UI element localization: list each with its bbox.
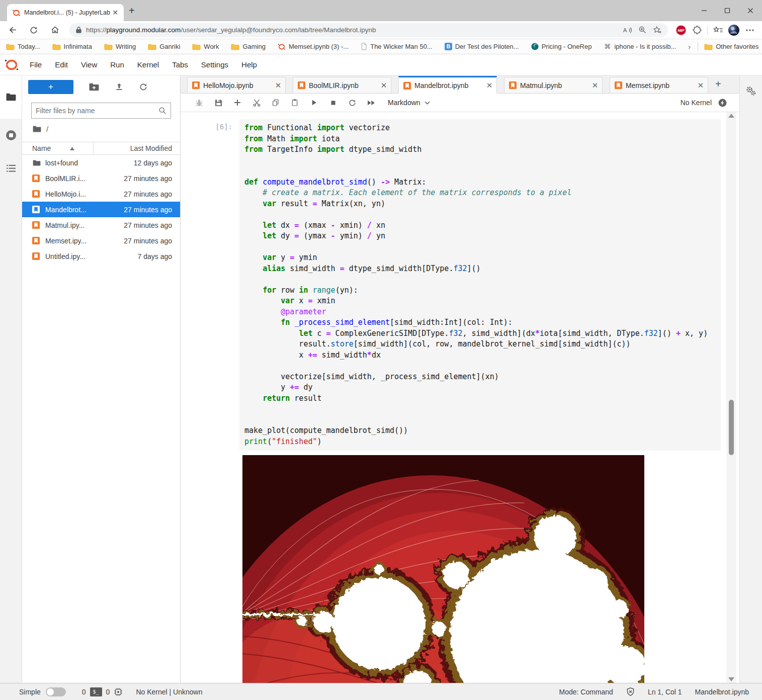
paste-button[interactable] — [285, 96, 304, 109]
window-close-button[interactable] — [739, 0, 762, 21]
save-button[interactable] — [209, 96, 228, 109]
file-row[interactable]: HelloMojo.i...27 minutes ago — [22, 186, 180, 202]
adblock-icon[interactable]: ABP — [673, 23, 689, 37]
new-tab-button[interactable]: + — [129, 6, 135, 15]
file-browser-tab[interactable] — [0, 75, 22, 119]
trust-shield-icon[interactable] — [626, 687, 635, 696]
extension-icon[interactable] — [689, 23, 705, 37]
add-tab-button[interactable]: + — [715, 78, 721, 90]
tab-close-icon[interactable]: ✕ — [111, 9, 120, 17]
cut-button[interactable] — [247, 96, 266, 109]
statusbar-filename[interactable]: Mandelbrot.ipynb — [695, 688, 749, 696]
close-icon[interactable]: ✕ — [380, 81, 388, 90]
favorite-add-icon[interactable] — [650, 24, 665, 36]
property-inspector-tab[interactable] — [745, 85, 757, 683]
browser-tab[interactable]: Mandelbrot.i... (5) - JupyterLab ✕ — [7, 4, 124, 21]
doc-tab-mandelbrot-ipynb[interactable]: Mandelbrot.ipynb✕ — [398, 76, 497, 94]
address-bar[interactable]: https://playground.modular.com/user/serd… — [69, 23, 668, 37]
profile-avatar[interactable] — [726, 23, 742, 37]
doc-tab-hellomojo-ipynb[interactable]: HelloMojo.ipynb✕ — [187, 77, 286, 93]
scroll-up-icon[interactable] — [728, 114, 734, 118]
breadcrumb[interactable]: / — [46, 125, 48, 133]
kernel-name[interactable]: No Kernel — [681, 99, 712, 107]
add-cell-button[interactable] — [228, 96, 247, 109]
scroll-down-icon[interactable] — [728, 677, 734, 681]
stop-button[interactable] — [323, 96, 343, 109]
cell-editor[interactable]: from Functional import vectorizefrom Mat… — [239, 119, 721, 451]
menu-run[interactable]: Run — [104, 54, 131, 75]
refresh-icon[interactable] — [25, 23, 42, 37]
restart-button[interactable] — [343, 96, 362, 109]
doc-tab-memset-ipynb[interactable]: Memset.ipynb✕ — [610, 77, 708, 93]
new-folder-button[interactable] — [89, 82, 100, 92]
close-icon[interactable]: ✕ — [697, 81, 705, 90]
cursor-position[interactable]: Ln 1, Col 1 — [648, 688, 682, 696]
menu-view[interactable]: View — [74, 54, 104, 75]
copy-button[interactable] — [266, 96, 285, 109]
bookmark-item[interactable]: Ganriki — [148, 43, 180, 50]
menu-tabs[interactable]: Tabs — [165, 54, 195, 75]
close-icon[interactable]: ✕ — [274, 81, 282, 90]
menu-kernel[interactable]: Kernel — [131, 54, 165, 75]
terminal-icon[interactable]: $_ — [90, 687, 102, 696]
bookmarks-overflow-icon[interactable]: › — [688, 42, 691, 51]
scrollbar-thumb[interactable] — [729, 400, 734, 455]
run-button[interactable] — [304, 96, 323, 109]
read-aloud-icon[interactable]: A — [620, 24, 635, 36]
more-menu-icon[interactable] — [742, 23, 758, 37]
sort-ascending-icon[interactable] — [70, 147, 74, 150]
file-filter-input[interactable] — [36, 107, 158, 115]
close-icon[interactable]: ✕ — [485, 81, 493, 90]
url-text[interactable]: https://playground.modular.com/user/serd… — [86, 26, 620, 34]
chip-icon[interactable] — [114, 687, 123, 696]
other-favorites-folder[interactable]: Other favorites — [704, 43, 758, 50]
code-cell[interactable]: [6]: from Functional import vectorizefro… — [181, 119, 739, 451]
column-name[interactable]: Name — [32, 144, 51, 152]
cell-type-dropdown[interactable]: Markdown — [388, 99, 430, 107]
file-row[interactable]: BoolMLIR.i...27 minutes ago — [22, 170, 180, 186]
bookmark-item[interactable]: ⌘iphone - Is it possib... — [604, 43, 676, 50]
bookmark-item[interactable]: Writing — [104, 43, 136, 50]
new-launcher-button[interactable]: + — [28, 80, 73, 94]
bookmark-item[interactable]: Work — [192, 43, 219, 50]
table-of-contents-tab[interactable] — [0, 152, 22, 185]
file-row[interactable]: Matmul.ipy...27 minutes ago — [22, 217, 180, 233]
lock-icon[interactable] — [75, 26, 82, 34]
file-row[interactable]: Untitled.ipy...7 days ago — [22, 248, 180, 264]
simple-mode-toggle[interactable] — [46, 687, 66, 696]
file-row[interactable]: lost+found12 days ago — [22, 155, 180, 170]
doc-tab-matmul-ipynb[interactable]: Matmul.ipynb✕ — [504, 77, 603, 93]
back-icon[interactable] — [4, 23, 21, 37]
menu-file[interactable]: File — [23, 54, 48, 75]
bookmark-item[interactable]: Gaming — [231, 43, 266, 50]
file-row[interactable]: Mandelbrot...27 minutes ago — [22, 202, 180, 217]
collections-icon[interactable] — [710, 23, 726, 37]
column-modified[interactable]: Last Modified — [130, 144, 172, 152]
command-mode-indicator[interactable]: Mode: Command — [559, 688, 613, 696]
menu-help[interactable]: Help — [235, 54, 264, 75]
window-minimize-button[interactable] — [693, 0, 716, 21]
home-icon[interactable] — [46, 23, 63, 37]
kernel-status-icon[interactable] — [718, 98, 727, 108]
fast-forward-button[interactable] — [362, 96, 381, 109]
menu-edit[interactable]: Edit — [48, 54, 74, 75]
running-kernels-tab[interactable] — [0, 119, 22, 152]
upload-button[interactable] — [115, 82, 124, 92]
root-folder-icon[interactable] — [32, 125, 42, 133]
zoom-in-icon[interactable] — [635, 24, 650, 36]
bookmark-item[interactable]: Infinimata — [52, 43, 92, 50]
window-maximize-button[interactable] — [716, 0, 739, 21]
bookmark-item[interactable]: BDer Test des Piloten... — [445, 43, 519, 50]
close-icon[interactable]: ✕ — [591, 81, 599, 90]
file-filter-box[interactable] — [31, 103, 171, 119]
bookmark-item[interactable]: Today... — [6, 43, 40, 50]
file-list-header[interactable]: Name Last Modified — [22, 142, 180, 155]
bookmark-item[interactable]: The Wicker Man 50... — [361, 43, 433, 50]
kernel-status-text[interactable]: No Kernel | Unknown — [136, 688, 202, 696]
refresh-files-button[interactable] — [139, 82, 148, 92]
bookmark-item[interactable]: Pricing - OneRep — [531, 43, 592, 50]
bookmark-item[interactable]: Memset.ipynb (3) -... — [278, 43, 349, 51]
notebook-scrollbar[interactable] — [726, 112, 736, 683]
menu-settings[interactable]: Settings — [195, 54, 235, 75]
file-row[interactable]: Memset.ipy...27 minutes ago — [22, 233, 180, 248]
